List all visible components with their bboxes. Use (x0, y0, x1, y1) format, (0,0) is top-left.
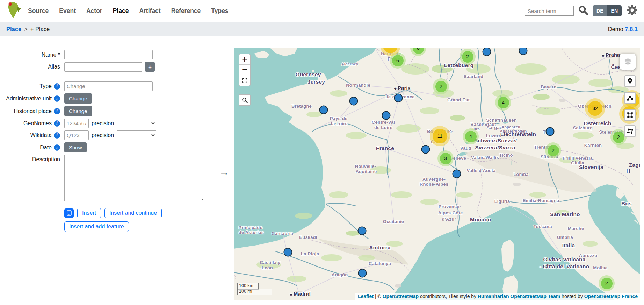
search-input[interactable] (525, 6, 574, 16)
administrative-unit-label: Administrative unit (6, 95, 52, 102)
map-label-cantabria: Cantabria (272, 231, 293, 236)
map-label-zagr: Zagr (629, 162, 640, 168)
date-info-icon[interactable]: i (54, 144, 60, 151)
nav-item-source[interactable]: Source (28, 7, 49, 15)
add-alias-button[interactable]: + (145, 62, 155, 72)
map-attribution: Leaflet | © OpenStreetMap contributors, … (355, 293, 640, 300)
historical-place-change-button[interactable]: Change (64, 106, 92, 116)
map-label-auvergne: Auvergne- (422, 177, 446, 182)
description-textarea[interactable] (64, 155, 203, 201)
insert-and-add-feature-button[interactable]: Insert and add feature (64, 221, 129, 232)
type-info-icon[interactable]: i (54, 83, 60, 90)
map-label-arag-n: Aragón (332, 272, 348, 277)
map-cluster-3[interactable]: 3 (437, 150, 454, 166)
map-label-principado: Principado (238, 225, 262, 230)
nav-item-event[interactable]: Event (59, 7, 76, 15)
map-point-marker[interactable] (284, 248, 292, 257)
map-search-button[interactable] (239, 95, 250, 105)
zoom-out-button[interactable]: − (239, 65, 250, 75)
map-point-marker[interactable] (358, 269, 367, 278)
cluster-count: 8 (413, 48, 424, 54)
map-cluster-4[interactable]: 4 (495, 94, 511, 111)
map-point-marker[interactable] (349, 97, 358, 106)
geonames-precision-select[interactable] (117, 119, 156, 128)
administrative-unit-change-button[interactable]: Change (64, 93, 92, 104)
map-point-marker[interactable] (382, 111, 391, 120)
insert-button[interactable]: Insert (77, 208, 101, 218)
map-cluster-2[interactable]: 2 (433, 78, 449, 94)
map-label-rh-ne-alpes: Rhône-Alpes (420, 182, 448, 187)
map-label-san-marino: San Marino (550, 211, 580, 218)
zoom-in-button[interactable]: + (239, 54, 250, 65)
osm-france-link[interactable]: OpenStreetMap France (584, 293, 638, 299)
osm-link[interactable]: OpenStreetMap (383, 293, 419, 299)
map-label-guernsey: Guernsey (295, 71, 321, 78)
breadcrumb-current: + Place (30, 26, 50, 33)
historical-place-label: Historical place (14, 108, 52, 114)
site-name: Demo (608, 26, 625, 32)
historical-place-info-icon[interactable]: i (54, 108, 60, 114)
map-point-marker[interactable] (453, 170, 461, 178)
type-input[interactable] (64, 81, 153, 91)
map-label-jersey: Jersey (307, 79, 325, 85)
map-cluster-11[interactable]: 11 (430, 126, 450, 146)
layers-button[interactable] (620, 54, 636, 70)
cluster-count (383, 48, 398, 53)
map-cluster-2[interactable]: 2 (599, 275, 615, 291)
nav-item-artifact[interactable]: Artifact (139, 7, 160, 15)
gear-icon[interactable] (626, 4, 638, 18)
map-cluster-2[interactable]: 2 (545, 142, 561, 158)
hot-team-link[interactable]: Humanitarian OpenStreetMap Team (478, 293, 560, 299)
map-cluster-32[interactable]: 32 (585, 98, 605, 119)
map-label-la-loire: la Loire (331, 121, 348, 126)
breadcrumb-place-link[interactable]: Place (6, 26, 21, 33)
map-label-schweiz-suisse: Schweiz/Suisse/ (474, 137, 517, 144)
draw-marker-button[interactable] (624, 75, 636, 87)
map-point-marker[interactable] (319, 106, 328, 114)
draw-polyline-button[interactable] (624, 92, 636, 104)
app-logo-icon[interactable] (6, 1, 21, 20)
administrative-unit-info-icon[interactable]: i (54, 95, 60, 102)
map-point-marker[interactable] (394, 94, 403, 102)
wikidata-input[interactable] (64, 130, 89, 140)
map-cluster-4[interactable]: 4 (463, 128, 479, 144)
draw-rectangle-button[interactable] (624, 109, 636, 121)
nav-item-reference[interactable]: Reference (171, 7, 201, 15)
map-label-pays-de: Pays de (330, 116, 348, 121)
geonames-input[interactable] (64, 119, 89, 128)
geonames-info-icon[interactable]: i (54, 120, 60, 127)
map-label-emilia-romagna: Emilia-Romagna (523, 198, 559, 203)
map-label-toscana: Toscana (533, 224, 552, 229)
leaflet-map[interactable]: Hauts-de-FranceAlderneyGuernseyJerseyNor… (234, 48, 640, 300)
fullscreen-button[interactable] (239, 75, 250, 86)
lang-de-button[interactable]: DE (593, 5, 607, 16)
nav-item-types[interactable]: Types (211, 7, 228, 15)
top-navbar: SourceEventActorPlaceArtifactReferenceTy… (0, 0, 644, 22)
map-label-appenzell: Appenzell (501, 125, 520, 129)
insert-and-continue-button[interactable]: Insert and continue (104, 208, 162, 218)
version-link[interactable]: 7.8.1 (625, 26, 638, 32)
lang-en-button[interactable]: EN (607, 5, 622, 16)
alias-input[interactable] (64, 62, 142, 72)
map-point-marker[interactable] (358, 227, 367, 235)
search-icon[interactable] (578, 5, 588, 17)
map-label-normandie: Normandie (346, 83, 370, 88)
map-label-lomba: Lomba (513, 172, 529, 177)
nav-item-actor[interactable]: Actor (86, 7, 102, 15)
nav-item-place[interactable]: Place (113, 7, 129, 15)
map-label-aquitaine: Aquitaine (355, 169, 377, 174)
map-label-de-asturias: de Asturias (239, 230, 264, 235)
map-point-marker[interactable] (421, 145, 430, 154)
collapse-form-arrow-icon[interactable]: → (219, 167, 229, 178)
draw-polygon-button[interactable] (624, 125, 636, 137)
map-point-marker[interactable] (546, 127, 555, 136)
wikidata-precision-select[interactable] (117, 130, 156, 140)
map-cluster-2[interactable]: 2 (460, 49, 476, 65)
leaflet-link[interactable]: Leaflet (358, 293, 374, 299)
wikidata-info-icon[interactable]: i (54, 132, 60, 139)
manual-book-icon[interactable] (64, 208, 74, 218)
wikidata-precision-label: precision (92, 132, 114, 139)
name-input[interactable] (64, 50, 153, 59)
cluster-count: 4 (498, 97, 509, 108)
date-show-button[interactable]: Show (64, 142, 87, 152)
